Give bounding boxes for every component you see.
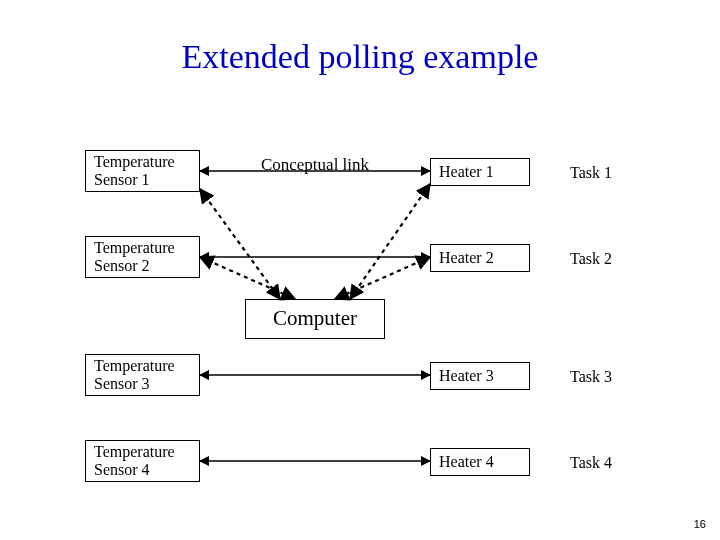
task-label-4: Task 4	[570, 454, 612, 472]
task-label-3: Task 3	[570, 368, 612, 386]
task-label-2: Task 2	[570, 250, 612, 268]
svg-line-5	[200, 257, 295, 299]
sensor-box-2: Temperature Sensor 2	[85, 236, 200, 278]
heater-box-4: Heater 4	[430, 448, 530, 476]
computer-box: Computer	[245, 299, 385, 339]
svg-line-7	[335, 257, 430, 299]
page-number: 16	[694, 518, 706, 530]
heater-box-3: Heater 3	[430, 362, 530, 390]
heater-box-1: Heater 1	[430, 158, 530, 186]
slide-title: Extended polling example	[0, 38, 720, 76]
sensor-box-3: Temperature Sensor 3	[85, 354, 200, 396]
svg-line-4	[200, 189, 280, 299]
conceptual-link-label: Conceptual link	[245, 155, 385, 175]
heater-box-2: Heater 2	[430, 244, 530, 272]
svg-line-6	[350, 184, 430, 299]
sensor-box-1: Temperature Sensor 1	[85, 150, 200, 192]
task-label-1: Task 1	[570, 164, 612, 182]
sensor-box-4: Temperature Sensor 4	[85, 440, 200, 482]
